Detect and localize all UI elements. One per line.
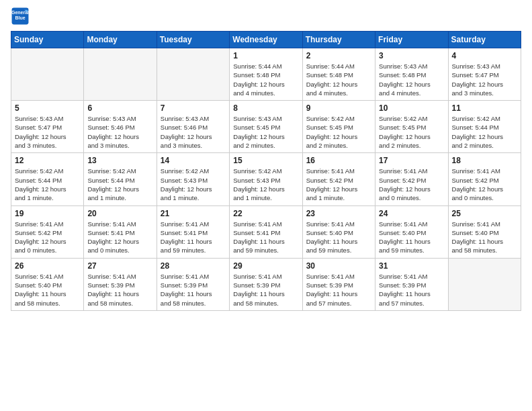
calendar-header-row: SundayMondayTuesdayWednesdayThursdayFrid… — [11, 32, 521, 48]
day-number: 12 — [15, 156, 80, 165]
day-number: 23 — [306, 209, 371, 218]
cell-text: Sunrise: 5:43 AM Sunset: 5:45 PM Dayligh… — [233, 114, 298, 150]
calendar-cell: 20Sunrise: 5:41 AM Sunset: 5:41 PM Dayli… — [84, 205, 157, 258]
calendar-cell: 13Sunrise: 5:42 AM Sunset: 5:44 PM Dayli… — [84, 153, 157, 205]
day-number: 24 — [379, 209, 444, 218]
day-number: 21 — [161, 209, 226, 218]
calendar-week-5: 26Sunrise: 5:41 AM Sunset: 5:40 PM Dayli… — [11, 258, 521, 310]
day-number: 16 — [306, 156, 371, 165]
cell-text: Sunrise: 5:43 AM Sunset: 5:46 PM Dayligh… — [161, 114, 226, 150]
cell-text: Sunrise: 5:41 AM Sunset: 5:39 PM Dayligh… — [87, 272, 152, 308]
page: General Blue SundayMondayTuesdayWednesda… — [0, 0, 532, 322]
day-number: 27 — [87, 261, 152, 271]
cell-text: Sunrise: 5:42 AM Sunset: 5:45 PM Dayligh… — [306, 114, 371, 150]
day-number: 5 — [15, 103, 80, 113]
cell-text: Sunrise: 5:42 AM Sunset: 5:45 PM Dayligh… — [379, 114, 444, 150]
calendar-cell: 24Sunrise: 5:41 AM Sunset: 5:40 PM Dayli… — [375, 205, 448, 258]
cell-text: Sunrise: 5:41 AM Sunset: 5:39 PM Dayligh… — [379, 272, 444, 308]
day-number: 30 — [306, 261, 371, 271]
day-number: 18 — [452, 156, 517, 165]
calendar-week-4: 19Sunrise: 5:41 AM Sunset: 5:42 PM Dayli… — [11, 205, 521, 258]
calendar-cell: 28Sunrise: 5:41 AM Sunset: 5:39 PM Dayli… — [157, 258, 229, 310]
day-number: 6 — [87, 103, 152, 113]
svg-text:Blue: Blue — [15, 15, 25, 20]
cell-text: Sunrise: 5:43 AM Sunset: 5:48 PM Dayligh… — [379, 62, 444, 97]
cell-text: Sunrise: 5:43 AM Sunset: 5:47 PM Dayligh… — [452, 62, 517, 97]
day-number: 29 — [233, 261, 298, 271]
cell-text: Sunrise: 5:42 AM Sunset: 5:43 PM Dayligh… — [233, 167, 298, 202]
calendar-cell: 30Sunrise: 5:41 AM Sunset: 5:39 PM Dayli… — [302, 258, 375, 310]
calendar-cell: 18Sunrise: 5:41 AM Sunset: 5:42 PM Dayli… — [448, 153, 521, 205]
day-header-friday: Friday — [375, 32, 448, 48]
day-number: 3 — [379, 51, 444, 60]
calendar-cell: 5Sunrise: 5:43 AM Sunset: 5:47 PM Daylig… — [11, 101, 84, 153]
cell-text: Sunrise: 5:41 AM Sunset: 5:41 PM Dayligh… — [233, 220, 298, 255]
cell-text: Sunrise: 5:42 AM Sunset: 5:44 PM Dayligh… — [452, 114, 517, 150]
calendar-cell: 1Sunrise: 5:44 AM Sunset: 5:48 PM Daylig… — [230, 48, 302, 101]
calendar-cell: 15Sunrise: 5:42 AM Sunset: 5:43 PM Dayli… — [230, 153, 302, 205]
day-number: 14 — [161, 156, 226, 165]
day-number: 22 — [233, 209, 298, 218]
calendar-cell: 19Sunrise: 5:41 AM Sunset: 5:42 PM Dayli… — [11, 205, 84, 258]
cell-text: Sunrise: 5:41 AM Sunset: 5:40 PM Dayligh… — [452, 220, 517, 255]
calendar-cell: 2Sunrise: 5:44 AM Sunset: 5:48 PM Daylig… — [302, 48, 375, 101]
cell-text: Sunrise: 5:41 AM Sunset: 5:42 PM Dayligh… — [379, 167, 444, 202]
cell-text: Sunrise: 5:41 AM Sunset: 5:40 PM Dayligh… — [306, 220, 371, 255]
cell-text: Sunrise: 5:41 AM Sunset: 5:42 PM Dayligh… — [15, 220, 80, 255]
calendar-cell: 14Sunrise: 5:42 AM Sunset: 5:43 PM Dayli… — [157, 153, 229, 205]
day-header-saturday: Saturday — [448, 32, 521, 48]
calendar-body: 1Sunrise: 5:44 AM Sunset: 5:48 PM Daylig… — [11, 48, 521, 311]
calendar-cell: 6Sunrise: 5:43 AM Sunset: 5:46 PM Daylig… — [84, 101, 157, 153]
day-header-tuesday: Tuesday — [157, 32, 229, 48]
cell-text: Sunrise: 5:41 AM Sunset: 5:39 PM Dayligh… — [233, 272, 298, 308]
day-number: 25 — [452, 209, 517, 218]
calendar-cell — [448, 258, 521, 310]
day-number: 28 — [161, 261, 226, 271]
calendar-cell: 23Sunrise: 5:41 AM Sunset: 5:40 PM Dayli… — [302, 205, 375, 258]
cell-text: Sunrise: 5:42 AM Sunset: 5:43 PM Dayligh… — [161, 167, 226, 202]
day-number: 8 — [233, 103, 298, 113]
cell-text: Sunrise: 5:41 AM Sunset: 5:39 PM Dayligh… — [306, 272, 371, 308]
calendar-cell: 22Sunrise: 5:41 AM Sunset: 5:41 PM Dayli… — [230, 205, 302, 258]
day-number: 15 — [233, 156, 298, 165]
day-number: 11 — [452, 103, 517, 113]
day-number: 20 — [87, 209, 152, 218]
day-number: 2 — [306, 51, 371, 60]
day-header-thursday: Thursday — [302, 32, 375, 48]
day-number: 10 — [379, 103, 444, 113]
day-number: 26 — [15, 261, 80, 271]
day-header-monday: Monday — [84, 32, 157, 48]
day-number: 7 — [161, 103, 226, 113]
calendar-cell: 3Sunrise: 5:43 AM Sunset: 5:48 PM Daylig… — [375, 48, 448, 101]
day-number: 1 — [233, 51, 298, 60]
calendar-cell: 10Sunrise: 5:42 AM Sunset: 5:45 PM Dayli… — [375, 101, 448, 153]
calendar-cell: 27Sunrise: 5:41 AM Sunset: 5:39 PM Dayli… — [84, 258, 157, 310]
calendar-week-2: 5Sunrise: 5:43 AM Sunset: 5:47 PM Daylig… — [11, 101, 521, 153]
day-header-wednesday: Wednesday — [230, 32, 302, 48]
calendar-cell: 25Sunrise: 5:41 AM Sunset: 5:40 PM Dayli… — [448, 205, 521, 258]
calendar-week-1: 1Sunrise: 5:44 AM Sunset: 5:48 PM Daylig… — [11, 48, 521, 101]
calendar-cell: 31Sunrise: 5:41 AM Sunset: 5:39 PM Dayli… — [375, 258, 448, 310]
cell-text: Sunrise: 5:41 AM Sunset: 5:39 PM Dayligh… — [161, 272, 226, 308]
cell-text: Sunrise: 5:41 AM Sunset: 5:40 PM Dayligh… — [15, 272, 80, 308]
calendar-cell: 29Sunrise: 5:41 AM Sunset: 5:39 PM Dayli… — [230, 258, 302, 310]
calendar-week-3: 12Sunrise: 5:42 AM Sunset: 5:44 PM Dayli… — [11, 153, 521, 205]
calendar-cell: 21Sunrise: 5:41 AM Sunset: 5:41 PM Dayli… — [157, 205, 229, 258]
day-number: 9 — [306, 103, 371, 113]
calendar-cell: 17Sunrise: 5:41 AM Sunset: 5:42 PM Dayli… — [375, 153, 448, 205]
cell-text: Sunrise: 5:41 AM Sunset: 5:40 PM Dayligh… — [379, 220, 444, 255]
cell-text: Sunrise: 5:42 AM Sunset: 5:44 PM Dayligh… — [87, 167, 152, 202]
calendar-cell: 26Sunrise: 5:41 AM Sunset: 5:40 PM Dayli… — [11, 258, 84, 310]
day-header-sunday: Sunday — [11, 32, 84, 48]
calendar-cell: 11Sunrise: 5:42 AM Sunset: 5:44 PM Dayli… — [448, 101, 521, 153]
calendar-cell: 7Sunrise: 5:43 AM Sunset: 5:46 PM Daylig… — [157, 101, 229, 153]
cell-text: Sunrise: 5:42 AM Sunset: 5:44 PM Dayligh… — [15, 167, 80, 202]
cell-text: Sunrise: 5:41 AM Sunset: 5:42 PM Dayligh… — [306, 167, 371, 202]
cell-text: Sunrise: 5:41 AM Sunset: 5:41 PM Dayligh… — [161, 220, 226, 255]
cell-text: Sunrise: 5:41 AM Sunset: 5:41 PM Dayligh… — [87, 220, 152, 255]
cell-text: Sunrise: 5:41 AM Sunset: 5:42 PM Dayligh… — [452, 167, 517, 202]
cell-text: Sunrise: 5:44 AM Sunset: 5:48 PM Dayligh… — [233, 62, 298, 97]
calendar-cell — [11, 48, 84, 101]
calendar-cell: 12Sunrise: 5:42 AM Sunset: 5:44 PM Dayli… — [11, 153, 84, 205]
calendar-cell: 16Sunrise: 5:41 AM Sunset: 5:42 PM Dayli… — [302, 153, 375, 205]
